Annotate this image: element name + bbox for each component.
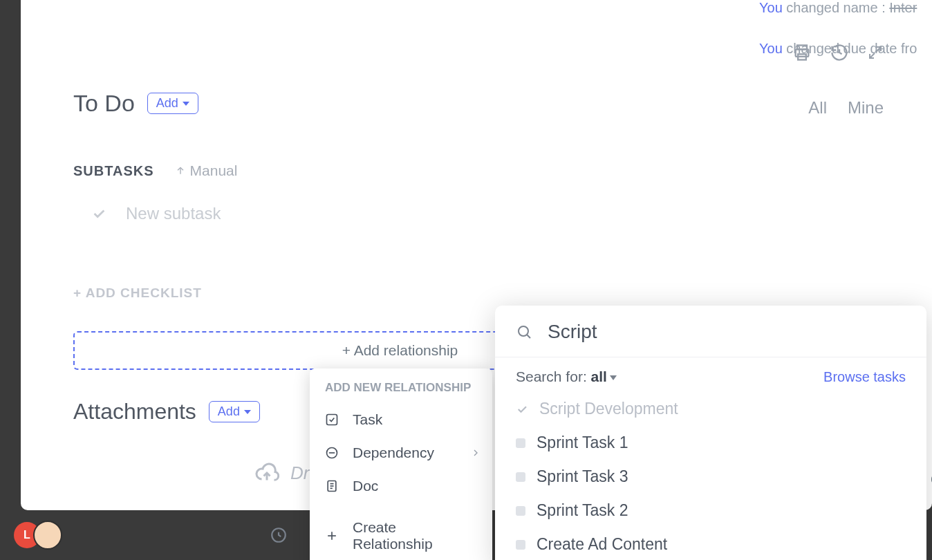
search-result-label: Create Ad Content xyxy=(537,535,667,554)
activity-log: You changed name : Inter You changed due… xyxy=(759,0,932,82)
task-icon xyxy=(325,413,339,427)
check-icon xyxy=(516,403,528,416)
relationship-option-create-label: Create Relationship xyxy=(353,519,477,552)
search-result[interactable]: Sprint Task 1 xyxy=(495,426,926,460)
status-square-icon xyxy=(516,472,525,482)
modal-header-icons xyxy=(792,43,884,62)
browse-tasks-link[interactable]: Browse tasks xyxy=(823,369,906,385)
tab-all[interactable]: All xyxy=(808,98,827,118)
print-icon[interactable] xyxy=(792,43,812,62)
arrow-up-icon xyxy=(175,165,186,176)
plus-icon xyxy=(325,529,339,543)
search-scope[interactable]: Search for: all xyxy=(516,368,617,385)
relationship-option-create[interactable]: Create Relationship xyxy=(310,511,492,560)
search-scope-prefix: Search for: xyxy=(516,368,591,384)
search-result-label: Sprint Task 3 xyxy=(537,467,628,486)
doc-icon xyxy=(325,479,339,493)
activity-actor: You xyxy=(759,0,783,15)
attachments-title: Attachments xyxy=(73,399,196,424)
new-subtask-placeholder: New subtask xyxy=(126,204,221,223)
attachments-add-button[interactable]: Add xyxy=(209,401,260,422)
add-relationship-label: + Add relationship xyxy=(342,342,458,359)
check-icon xyxy=(91,206,106,221)
clock-icon[interactable] xyxy=(270,526,288,544)
task-search-input[interactable] xyxy=(548,321,906,343)
attachments-add-label: Add xyxy=(218,404,240,419)
subtasks-sort-label: Manual xyxy=(190,162,238,179)
search-result-label: Sprint Task 1 xyxy=(537,433,628,452)
status-square-icon xyxy=(516,438,525,448)
dependency-icon xyxy=(325,446,339,460)
search-result[interactable]: Sprint Task 3 xyxy=(495,460,926,494)
upload-cloud-icon xyxy=(254,460,279,485)
history-icon[interactable] xyxy=(830,43,849,62)
status-add-label: Add xyxy=(156,96,178,111)
svg-point-12 xyxy=(519,326,528,336)
relationship-option-dependency[interactable]: Dependency xyxy=(310,436,492,469)
chevron-right-icon xyxy=(470,447,481,458)
activity-entry: You changed name : Inter xyxy=(759,0,932,16)
status-add-button[interactable]: Add xyxy=(147,93,198,114)
subtasks-heading: SUBTASKS xyxy=(73,163,154,179)
svg-line-13 xyxy=(527,335,530,338)
activity-actor: You xyxy=(759,41,783,56)
svg-rect-3 xyxy=(327,415,337,425)
relationship-option-doc[interactable]: Doc xyxy=(310,469,492,503)
activity-text: changed name : xyxy=(786,0,885,15)
search-result[interactable]: Sprint Task 2 xyxy=(495,494,926,528)
status-square-icon xyxy=(516,540,525,550)
activity-tabs: All Mine xyxy=(808,98,884,118)
search-icon xyxy=(516,324,532,340)
task-modal: You changed name : Inter You changed due… xyxy=(21,0,932,510)
dropzone-text: Dr xyxy=(290,463,309,484)
relationship-option-dependency-label: Dependency xyxy=(353,445,434,461)
avatar[interactable] xyxy=(33,521,62,550)
expand-icon[interactable] xyxy=(867,44,884,61)
status-title: To Do xyxy=(73,90,135,117)
task-search-panel: Search for: all Browse tasks Script Deve… xyxy=(495,306,926,560)
subtasks-sort[interactable]: Manual xyxy=(175,162,238,179)
tab-mine[interactable]: Mine xyxy=(848,98,884,118)
search-result[interactable]: Script Development xyxy=(495,392,926,426)
relationship-option-task-label: Task xyxy=(353,411,382,428)
add-checklist-button[interactable]: + ADD CHECKLIST xyxy=(73,286,730,301)
chevron-down-icon xyxy=(610,375,617,380)
relationship-dropdown-header: ADD NEW RELATIONSHIP xyxy=(310,378,492,403)
relationship-option-doc-label: Doc xyxy=(353,478,378,494)
new-subtask-row[interactable]: New subtask xyxy=(91,204,730,223)
relationship-dropdown: ADD NEW RELATIONSHIP Task Dependency Doc… xyxy=(310,368,492,560)
search-result-label: Sprint Task 2 xyxy=(537,501,628,520)
status-square-icon xyxy=(516,506,525,516)
relationship-option-task[interactable]: Task xyxy=(310,403,492,436)
activity-old-value: Inter xyxy=(889,0,917,15)
search-result-label: Script Development xyxy=(539,400,678,418)
search-scope-value: all xyxy=(591,368,607,384)
search-result[interactable]: Create Ad Content xyxy=(495,528,926,560)
